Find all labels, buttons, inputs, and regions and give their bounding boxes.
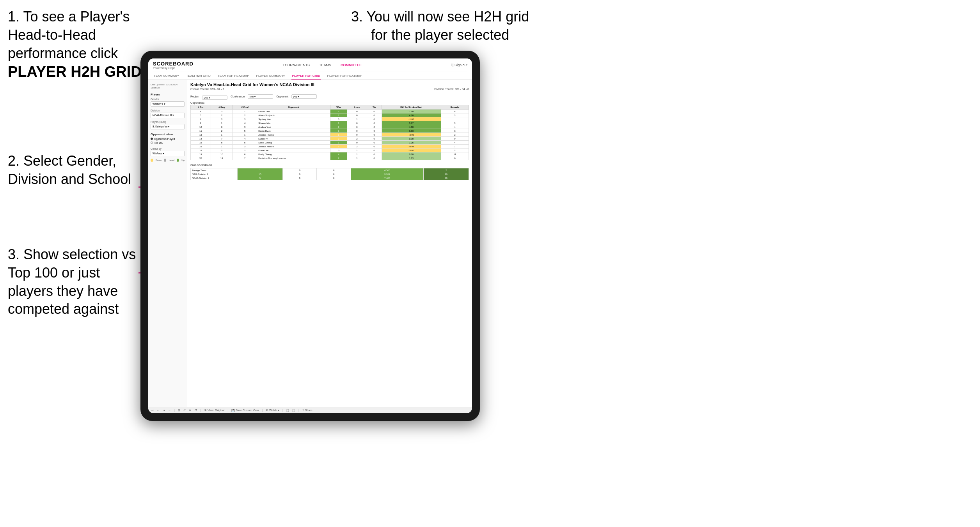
sub-nav-team-h2h-grid[interactable]: TEAM H2H GRID xyxy=(185,73,211,80)
col-tie: Tie xyxy=(367,105,382,110)
region-filter-label: Region xyxy=(190,95,199,98)
colour-by-select[interactable]: Win/loss ▾ xyxy=(151,151,185,156)
sub-nav-player-summary[interactable]: PLAYER SUMMARY xyxy=(256,73,286,80)
ood-table-row: NCAA Division 2 5 0 0 7.400 10 xyxy=(191,176,469,180)
data-area: Katelyn Vo Head-to-Head Grid for Women's… xyxy=(187,80,472,407)
table-row: 6 3 3 Sydney Kuo 0 1 0 -1.00 xyxy=(191,117,469,121)
instruction-3-top: 3. You will now see H2H grid for the pla… xyxy=(351,8,529,44)
toolbar-forward[interactable]: → xyxy=(168,409,171,412)
conference-filter-label: Conference xyxy=(231,95,245,98)
region-select[interactable]: (All) ▾ xyxy=(202,95,227,100)
opponent-filter-label: Opponent xyxy=(276,95,288,98)
col-loss: Loss xyxy=(347,105,367,110)
conference-select[interactable]: (All) ▾ xyxy=(248,94,273,99)
player-rank-select[interactable]: 8. Katelyn Vo ▾ xyxy=(151,124,185,129)
gender-label: Gender xyxy=(151,98,185,101)
ood-table-row: NAIA Division 1 15 0 0 9.267 30 xyxy=(191,172,469,176)
sign-out-area: i | Sign out xyxy=(451,63,467,67)
table-row: 13 1 1 Jessica Huang 1 0 0 -3.00 2 xyxy=(191,133,469,137)
out-of-division-table: Foreign Team 1 0 0 4.500 2 NAIA Division… xyxy=(190,168,469,180)
toolbar-watch[interactable]: 👁 Watch ▾ xyxy=(266,409,279,412)
table-row: 19 10 6 Emily Chang 4 1 0 0.30 11 xyxy=(191,152,469,156)
sub-nav: TEAM SUMMARY TEAM H2H GRID TEAM H2H HEAT… xyxy=(153,71,467,80)
main-data-table: # Div # Reg # Conf Opponent Win Loss Tie… xyxy=(190,105,469,160)
opponent-select[interactable]: (All) ▾ xyxy=(291,94,317,99)
sub-nav-team-summary[interactable]: TEAM SUMMARY xyxy=(153,73,180,80)
nav-tournaments[interactable]: TOURNAMENTS xyxy=(281,62,311,68)
grid-records: Overall Record: 353 - 34 - 6 Division Re… xyxy=(190,88,469,90)
table-row: 20 11 7 Federica Domecq Lacroze 2 1 0 1.… xyxy=(191,156,469,160)
sign-out-button[interactable]: Sign out xyxy=(454,63,467,67)
col-diff: Diff Av Strokes/Rnd xyxy=(382,105,441,110)
toolbar-timer[interactable]: ⏱ xyxy=(194,409,197,412)
toolbar-save-custom[interactable]: 💾 Save Custom View xyxy=(231,409,259,412)
player-rank-label: Player (Rank) xyxy=(151,120,185,123)
col-conf: # Conf xyxy=(233,105,257,110)
table-row: 5 2 2 Alexis Sudjianto 1 0 0 4.00 3 xyxy=(191,113,469,117)
last-updated: Last Updated: 27/03/2024 16:55:38 xyxy=(151,83,185,90)
toolbar-icon2[interactable]: ⬚ xyxy=(292,409,295,412)
division-label: Division xyxy=(151,109,185,112)
colour-by-section: Colour by Win/loss ▾ Down Level Up xyxy=(151,147,185,162)
toolbar-undo[interactable]: ↩ xyxy=(151,409,154,412)
toolbar-share[interactable]: ⇪ Share xyxy=(302,409,312,412)
gender-select[interactable]: Women's ▾ xyxy=(151,101,185,107)
table-row: 15 8 5 Stella Cheng 1 0 0 1.25 4 xyxy=(191,141,469,145)
opponents-label: Opponents: xyxy=(190,101,469,104)
opponent-view-label: Opponent view xyxy=(151,133,185,136)
out-of-division-header: Out of division xyxy=(190,163,469,167)
nav-bar: SCOREBOARD Powered by clippd TOURNAMENTS… xyxy=(148,58,472,80)
bottom-toolbar: ↩ ← ↪ → | ⊞ ↺ ⊕ ⏱ | 👁 View: Original | 💾… xyxy=(148,407,472,413)
table-row: 11 2 5 Heejo Hyun 1 0 0 3.33 3 xyxy=(191,129,469,133)
radio-top-100[interactable]: Top 100 xyxy=(151,141,185,144)
radio-dot-opponents xyxy=(151,138,153,140)
sub-nav-team-h2h-heatmap[interactable]: TEAM H2H HEATMAP xyxy=(217,73,250,80)
sub-nav-player-h2h-grid[interactable]: PLAYER H2H GRID xyxy=(291,73,321,80)
table-row: 14 7 4 Eunice Yi 2 2 0 0.38 9 xyxy=(191,137,469,141)
instruction-2: 2. Select Gender, Division and School xyxy=(8,152,137,189)
colour-by-label: Colour by xyxy=(151,147,185,150)
tablet-screen: SCOREBOARD Powered by clippd TOURNAMENTS… xyxy=(148,58,472,413)
radio-dot-top100 xyxy=(151,141,153,144)
radio-opponents-played[interactable]: Opponents Played xyxy=(151,138,185,140)
instruction-3-left: 3. Show selection vs Top 100 or just pla… xyxy=(8,246,137,318)
col-reg: # Reg xyxy=(211,105,233,110)
nav-teams[interactable]: TEAMS xyxy=(318,62,333,68)
col-rounds: Rounds xyxy=(441,105,469,110)
logo-sub: Powered by clippd xyxy=(153,67,194,69)
colour-up xyxy=(177,159,179,162)
toolbar-add[interactable]: ⊕ xyxy=(189,409,191,412)
division-select[interactable]: NCAA Division III ▾ xyxy=(151,113,185,118)
main-content: Last Updated: 27/03/2024 16:55:38 Player… xyxy=(148,80,472,407)
toolbar-refresh[interactable]: ↺ xyxy=(183,409,186,412)
table-row: 10 6 3 Andrea York 2 0 0 4.00 4 xyxy=(191,125,469,129)
col-opponent: Opponent xyxy=(257,105,330,110)
table-row: 18 2 2 Euna Lee 0 1 0 -5.00 2 xyxy=(191,149,469,152)
toolbar-redo[interactable]: ↪ xyxy=(163,409,165,412)
grid-title: Katelyn Vo Head-to-Head Grid for Women's… xyxy=(190,82,469,87)
logo-text: SCOREBOARD xyxy=(153,61,194,67)
tablet: SCOREBOARD Powered by clippd TOURNAMENTS… xyxy=(140,51,480,421)
player-section-label: Player xyxy=(151,93,185,96)
colour-down xyxy=(151,159,153,162)
toolbar-icon1[interactable]: ⬚ xyxy=(286,409,289,412)
col-div: # Div xyxy=(191,105,211,110)
sidebar: Last Updated: 27/03/2024 16:55:38 Player… xyxy=(148,80,187,407)
colour-level xyxy=(164,159,167,162)
col-win: Win xyxy=(330,105,347,110)
opponent-view-section: Opponent view Opponents Played Top 100 xyxy=(151,133,185,144)
sub-nav-player-h2h-heatmap[interactable]: PLAYER H2H HEATMAP xyxy=(327,73,363,80)
toolbar-view-original[interactable]: 👁 View: Original xyxy=(204,409,224,412)
colour-legend: Down Level Up xyxy=(151,159,185,162)
toolbar-back[interactable]: ← xyxy=(157,409,160,412)
table-row: 9 1 4 Sharon Mun 1 0 0 3.67 3 xyxy=(191,121,469,125)
table-row: 6 3 1 Esther Lee 1 0 0 1.50 4 xyxy=(191,110,469,113)
nav-committee[interactable]: COMMITTEE xyxy=(339,62,363,68)
nav-links: TOURNAMENTS TEAMS COMMITTEE xyxy=(281,62,363,68)
instruction-1: 1. To see a Player's Head-to-Head perfor… xyxy=(8,8,156,82)
table-row: 16 1 3 Jessica Mason 1 2 0 -0.94 7 xyxy=(191,145,469,149)
toolbar-grid[interactable]: ⊞ xyxy=(178,409,180,412)
ood-table-row: Foreign Team 1 0 0 4.500 2 xyxy=(191,168,469,172)
logo-area: SCOREBOARD Powered by clippd xyxy=(153,61,194,69)
